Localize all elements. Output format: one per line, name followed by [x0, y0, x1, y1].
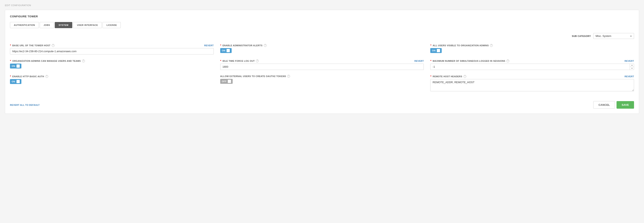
allow-external-oauth2-label: ALLOW EXTERNAL USERS TO CREATE OAUTH2 TO…: [220, 75, 286, 77]
max-sessions-required: *: [430, 59, 431, 62]
max-sessions-input[interactable]: [430, 64, 634, 70]
remote-host-headers-label-row: * REMOTE HOST HEADERS ? REVERT: [430, 75, 634, 78]
all-users-visible-help-icon[interactable]: ?: [490, 44, 493, 47]
card-title: CONFIGURE TOWER: [10, 15, 634, 18]
allow-external-oauth2-toggle-text: OFF: [222, 80, 227, 83]
max-sessions-arrows: ▲ ▼: [630, 64, 634, 70]
page-wrapper: EDIT CONFIGURATION CONFIGURE TOWER AUTHE…: [0, 0, 644, 223]
all-users-visible-label: ALL USERS VISIBLE TO ORGANIZATION ADMINS: [433, 44, 489, 47]
field-org-admins-manage: * ORGANIZATION ADMINS CAN MANAGE USERS A…: [10, 59, 214, 70]
field-all-users-visible: * ALL USERS VISIBLE TO ORGANIZATION ADMI…: [430, 44, 634, 54]
enable-http-basic-auth-label-row: * ENABLE HTTP BASIC AUTH ?: [10, 75, 214, 78]
enable-admin-alerts-help-icon[interactable]: ?: [264, 44, 267, 47]
enable-admin-alerts-toggle-text: ON: [222, 49, 226, 52]
org-admins-manage-label: ORGANIZATION ADMINS CAN MANAGE USERS AND…: [12, 60, 80, 62]
all-users-visible-toggle[interactable]: ON: [430, 48, 442, 53]
page-title: EDIT CONFIGURATION: [5, 4, 639, 7]
remote-host-headers-label: REMOTE HOST HEADERS: [433, 75, 462, 78]
remote-host-headers-textarea[interactable]: REMOTE_ADDR, REMOTE_HOST: [430, 79, 634, 91]
base-url-required: *: [10, 44, 11, 47]
enable-http-basic-auth-label: ENABLE HTTP BASIC AUTH: [12, 75, 44, 78]
subcategory-row: SUB CATEGORY Misc. System Activity Strea…: [10, 33, 634, 39]
org-admins-manage-label-row: * ORGANIZATION ADMINS CAN MANAGE USERS A…: [10, 59, 214, 62]
enable-admin-alerts-toggle[interactable]: ON: [220, 48, 232, 53]
cancel-button[interactable]: CANCEL: [593, 101, 615, 109]
max-sessions-input-wrapper: ▲ ▼: [430, 64, 634, 70]
subcategory-select-wrapper: Misc. System Activity Streams Logging: [593, 33, 634, 39]
org-admins-manage-toggle-wrapper: ON: [10, 64, 214, 69]
org-admins-manage-help-icon[interactable]: ?: [82, 60, 85, 62]
remote-host-headers-required: *: [430, 75, 431, 78]
field-remote-host-headers: * REMOTE HOST HEADERS ? REVERT REMOTE_AD…: [430, 75, 634, 91]
enable-http-basic-auth-toggle-wrapper: ON: [10, 79, 214, 84]
enable-http-basic-auth-toggle[interactable]: ON: [10, 79, 21, 84]
max-sessions-label: MAXIMUM NUMBER OF SIMULTANEOUS LOGGED IN…: [433, 60, 506, 62]
base-url-revert[interactable]: REVERT: [204, 44, 214, 47]
save-button[interactable]: SAVE: [616, 101, 634, 109]
base-url-help-icon[interactable]: ?: [52, 44, 54, 47]
configure-tower-card: CONFIGURE TOWER AUTHENTICATION JOBS SYST…: [5, 10, 639, 114]
enable-admin-alerts-toggle-wrapper: ON: [220, 48, 424, 53]
enable-http-basic-auth-required: *: [10, 75, 11, 78]
tab-user-interface[interactable]: USER INTERFACE: [73, 22, 102, 28]
all-users-visible-required: *: [430, 44, 431, 47]
enable-admin-alerts-label: ENABLE ADMINISTRATOR ALERTS: [222, 44, 262, 47]
org-admins-manage-toggle-text: ON: [12, 65, 15, 67]
base-url-label-row: * BASE URL OF THE TOWER HOST ? REVERT: [10, 44, 214, 47]
enable-admin-alerts-toggle-switch: [226, 49, 230, 52]
org-admins-manage-toggle-switch: [16, 64, 20, 68]
tab-authentication[interactable]: AUTHENTICATION: [10, 22, 39, 28]
enable-admin-alerts-label-row: * ENABLE ADMINISTRATOR ALERTS ?: [220, 44, 424, 47]
max-sessions-arrow-up[interactable]: ▲: [630, 64, 634, 67]
all-users-visible-label-row: * ALL USERS VISIBLE TO ORGANIZATION ADMI…: [430, 44, 634, 47]
enable-http-basic-auth-help-icon[interactable]: ?: [46, 75, 48, 78]
base-url-label: BASE URL OF THE TOWER HOST: [12, 44, 50, 47]
enable-http-basic-auth-toggle-switch: [16, 80, 20, 83]
allow-external-oauth2-toggle-wrapper: OFF: [220, 79, 424, 84]
field-base-url: * BASE URL OF THE TOWER HOST ? REVERT: [10, 44, 214, 54]
allow-external-oauth2-label-row: ALLOW EXTERNAL USERS TO CREATE OAUTH2 TO…: [220, 75, 424, 78]
idle-time-logout-label-row: * IDLE TIME FORCE LOG OUT ? REVERT: [220, 59, 424, 62]
remote-host-headers-help-icon[interactable]: ?: [464, 75, 466, 78]
all-users-visible-toggle-switch: [437, 49, 440, 52]
enable-admin-alerts-required: *: [220, 44, 221, 47]
all-users-visible-toggle-wrapper: ON: [430, 48, 634, 53]
tab-jobs[interactable]: JOBS: [40, 22, 54, 28]
enable-http-basic-auth-toggle-text: ON: [12, 80, 15, 83]
footer-buttons: CANCEL SAVE: [593, 101, 634, 109]
org-admins-manage-toggle[interactable]: ON: [10, 64, 21, 69]
remote-host-headers-revert[interactable]: REVERT: [625, 75, 634, 78]
tab-bar: AUTHENTICATION JOBS SYSTEM USER INTERFAC…: [10, 22, 634, 28]
base-url-input[interactable]: [10, 48, 214, 54]
field-enable-admin-alerts: * ENABLE ADMINISTRATOR ALERTS ? ON: [220, 44, 424, 54]
idle-time-logout-input[interactable]: [220, 64, 424, 70]
field-max-sessions: * MAXIMUM NUMBER OF SIMULTANEOUS LOGGED …: [430, 59, 634, 70]
allow-external-oauth2-toggle[interactable]: OFF: [220, 79, 233, 84]
field-enable-http-basic-auth: * ENABLE HTTP BASIC AUTH ? ON: [10, 75, 214, 91]
allow-external-oauth2-toggle-switch: [228, 80, 231, 83]
idle-time-logout-revert[interactable]: REVERT: [414, 60, 424, 62]
max-sessions-arrow-down[interactable]: ▼: [630, 67, 634, 70]
footer-row: REVERT ALL TO DEFAULT CANCEL SAVE: [10, 98, 634, 109]
fields-grid: * BASE URL OF THE TOWER HOST ? REVERT * …: [10, 44, 634, 91]
subcategory-label: SUB CATEGORY: [572, 35, 591, 37]
idle-time-logout-required: *: [220, 59, 221, 62]
field-allow-external-oauth2: ALLOW EXTERNAL USERS TO CREATE OAUTH2 TO…: [220, 75, 424, 91]
max-sessions-label-row: * MAXIMUM NUMBER OF SIMULTANEOUS LOGGED …: [430, 59, 634, 62]
field-idle-time-logout: * IDLE TIME FORCE LOG OUT ? REVERT: [220, 59, 424, 70]
max-sessions-help-icon[interactable]: ?: [506, 60, 509, 62]
tab-license[interactable]: LICENSE: [102, 22, 121, 28]
idle-time-logout-label: IDLE TIME FORCE LOG OUT: [222, 60, 255, 62]
revert-all-button[interactable]: REVERT ALL TO DEFAULT: [10, 104, 40, 106]
tab-system[interactable]: SYSTEM: [55, 22, 72, 28]
org-admins-manage-required: *: [10, 59, 11, 62]
allow-external-oauth2-help-icon[interactable]: ?: [287, 75, 290, 78]
subcategory-select[interactable]: Misc. System Activity Streams Logging: [593, 33, 634, 39]
idle-time-logout-help-icon[interactable]: ?: [256, 60, 259, 62]
all-users-visible-toggle-text: ON: [432, 49, 436, 52]
max-sessions-revert[interactable]: REVERT: [625, 60, 634, 62]
